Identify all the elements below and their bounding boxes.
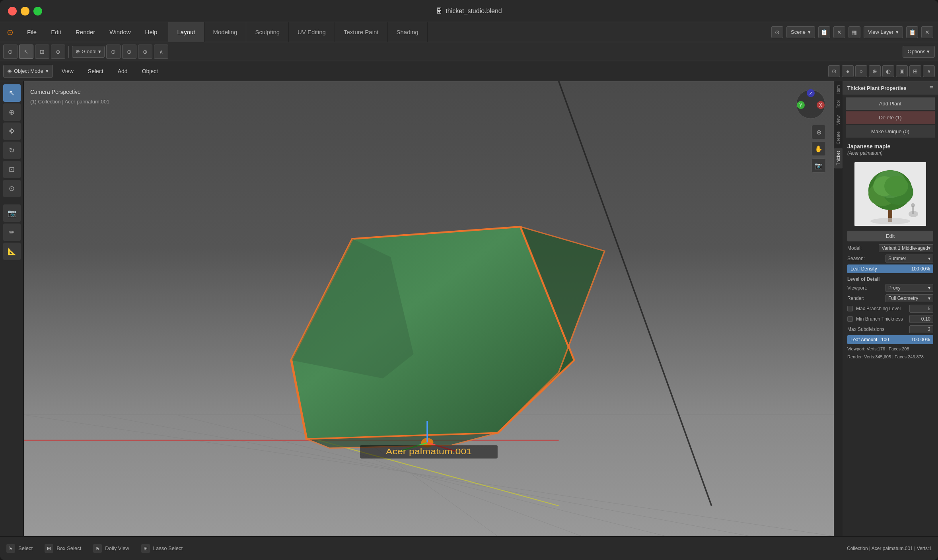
circle-select-btn[interactable]: ⊕ — [51, 45, 65, 59]
scene-icon-btn[interactable]: 📋 — [818, 26, 830, 38]
menu-help[interactable]: Help — [138, 22, 165, 42]
menu-object[interactable]: Object — [136, 65, 163, 78]
model-chevron: ▾ — [928, 245, 930, 251]
viewport-gizmos-btn[interactable]: ⊕ — [869, 65, 881, 77]
min-branch-checkbox[interactable] — [847, 316, 853, 322]
menu-add[interactable]: Add — [112, 65, 133, 78]
minimize-button[interactable] — [21, 7, 29, 16]
global-icon: ⊕ — [76, 49, 80, 54]
model-dropdown[interactable]: Variant 1 Middle-aged ▾ — [879, 244, 933, 252]
camera-btn[interactable]: 📷 — [812, 158, 826, 173]
move-tool[interactable]: ✥ — [3, 122, 21, 140]
viewport-snap-btn[interactable]: ⊞ — [909, 65, 921, 77]
camera-tool[interactable]: 📷 — [3, 204, 21, 222]
measure-tool[interactable]: 📐 — [3, 243, 21, 260]
menu-select[interactable]: Select — [82, 65, 109, 78]
max-subdiv-row: Max Subdivisions 3 — [843, 324, 938, 334]
proportional-btn[interactable]: ⊙ — [122, 45, 136, 59]
tab-modeling[interactable]: Modeling — [204, 22, 247, 42]
scene-del-btn[interactable]: ✕ — [833, 26, 845, 38]
navigation-gizmo[interactable]: Z X Y — [795, 88, 827, 121]
blender-icon-btn[interactable]: ⊙ — [3, 45, 18, 59]
maximize-button[interactable] — [33, 7, 42, 16]
tab-shading[interactable]: Shading — [388, 22, 428, 42]
svg-point-38 — [870, 218, 910, 224]
panel-header: Thicket Plant Properties ≡ — [843, 81, 938, 95]
tab-uv-editing[interactable]: UV Editing — [289, 22, 335, 42]
menu-view[interactable]: View — [56, 65, 79, 78]
max-branching-value[interactable]: 5 — [909, 305, 933, 313]
min-branch-value[interactable]: 0.10 — [909, 315, 933, 323]
tab-texture-paint[interactable]: Texture Paint — [335, 22, 388, 42]
view-layer-del-btn[interactable]: ✕ — [921, 26, 933, 38]
viewport-shading-rendered[interactable]: ⊙ — [828, 65, 840, 77]
view-layer-selector[interactable]: View Layer ▾ — [864, 26, 903, 38]
pan-btn[interactable]: ✋ — [812, 142, 826, 156]
scene-selector[interactable]: Scene ▾ — [786, 26, 815, 38]
leaf-density-bar[interactable]: Leaf Density 100.00% — [847, 264, 933, 273]
title-bar: 🗄 thicket_studio.blend — [0, 0, 938, 22]
season-dropdown[interactable]: Summer ▾ — [885, 255, 933, 262]
tab-create[interactable]: Create — [834, 128, 843, 148]
render-lod-dropdown[interactable]: Full Geometry ▾ — [885, 294, 933, 302]
viewport-falloff-btn[interactable]: ∧ — [923, 65, 935, 77]
season-value: Summer — [888, 256, 906, 261]
annotate-tool[interactable]: ✏ — [3, 224, 21, 241]
more-btn[interactable]: ∧ — [154, 45, 168, 59]
max-subdiv-value[interactable]: 3 — [909, 325, 933, 333]
delete-button[interactable]: Delete (1) — [846, 111, 935, 124]
edit-button[interactable]: Edit — [847, 231, 933, 241]
make-unique-button[interactable]: Make Unique (0) — [846, 125, 935, 138]
box-select-btn[interactable]: ⊞ — [35, 45, 49, 59]
close-button[interactable] — [8, 7, 17, 16]
add-plant-button[interactable]: Add Plant — [846, 97, 935, 110]
model-label: Model: — [847, 245, 879, 251]
viewport-proportional-btn[interactable]: ▣ — [896, 65, 908, 77]
menu-edit[interactable]: Edit — [44, 22, 68, 42]
leaf-amount-label: Leaf Amount 100 — [850, 337, 889, 342]
zoom-in-btn[interactable]: ⊕ — [812, 125, 826, 139]
tab-thicket[interactable]: Thicket — [834, 148, 843, 168]
options-btn[interactable]: Options ▾ — [903, 46, 935, 58]
model-row: Model: Variant 1 Middle-aged ▾ — [843, 243, 938, 253]
transform-tool[interactable]: ⊙ — [3, 180, 21, 197]
main-toolbar: ⊙ ↖ ⊞ ⊕ ⊕ Global ▾ ⊙ ⊙ ⊕ ∧ Options ▾ — [0, 42, 938, 61]
cursor-tool[interactable]: ⊕ — [3, 103, 21, 121]
rotate-tool[interactable]: ↻ — [3, 142, 21, 159]
viewport-3d[interactable]: Acer palmatum.001 Camera Perspective (1)… — [24, 81, 834, 536]
menu-file[interactable]: File — [20, 22, 44, 42]
render-engine-icon[interactable]: ▦ — [848, 26, 860, 38]
viewport-shading-solid[interactable]: ● — [842, 65, 854, 77]
max-branching-checkbox[interactable] — [847, 306, 853, 311]
tab-layout[interactable]: Layout — [168, 22, 204, 42]
mode-bar: ◈ Object Mode ▾ View Select Add Object ⊙… — [0, 61, 938, 81]
tab-sculpting[interactable]: Sculpting — [246, 22, 289, 42]
snap-btn[interactable]: ⊙ — [106, 45, 121, 59]
render-icon-btn[interactable]: ⊙ — [771, 26, 783, 38]
panel-close-btn[interactable]: ≡ — [930, 84, 933, 91]
viewport-xray-btn[interactable]: ◐ — [882, 65, 894, 77]
tab-view[interactable]: View — [834, 112, 843, 128]
viewport-lod-value: Proxy — [888, 285, 901, 291]
transform-orientation-select[interactable]: ⊕ Global ▾ — [72, 46, 105, 58]
view-layer-add-btn[interactable]: 📋 — [906, 26, 918, 38]
select-tool[interactable]: ↖ — [3, 84, 21, 102]
box-select-icon: ⊞ — [45, 544, 53, 553]
render-lod-label: Render: — [847, 296, 885, 301]
chevron-down-icon: ▾ — [808, 29, 811, 35]
properties-panel: Thicket Plant Properties ≡ Add Plant Del… — [843, 81, 938, 536]
menu-render[interactable]: Render — [68, 22, 102, 42]
viewport-overlays-btn[interactable]: ○ — [855, 65, 867, 77]
pivot-btn[interactable]: ⊕ — [138, 45, 152, 59]
object-mode-select[interactable]: ◈ Object Mode ▾ — [3, 65, 53, 78]
leaf-amount-bar[interactable]: Leaf Amount 100 100.00% — [847, 335, 933, 344]
select-tool-btn[interactable]: ↖ — [19, 45, 33, 59]
tab-tool[interactable]: Tool — [834, 97, 843, 111]
menu-window[interactable]: Window — [102, 22, 138, 42]
tab-item[interactable]: Item — [834, 82, 843, 97]
scale-tool[interactable]: ⊡ — [3, 161, 21, 178]
viewport-lod-dropdown[interactable]: Proxy ▾ — [885, 284, 933, 292]
svg-rect-36 — [912, 206, 914, 214]
svg-point-34 — [884, 176, 908, 196]
viewport-camera-info: Camera Perspective (1) Collection | Acer… — [30, 88, 109, 106]
